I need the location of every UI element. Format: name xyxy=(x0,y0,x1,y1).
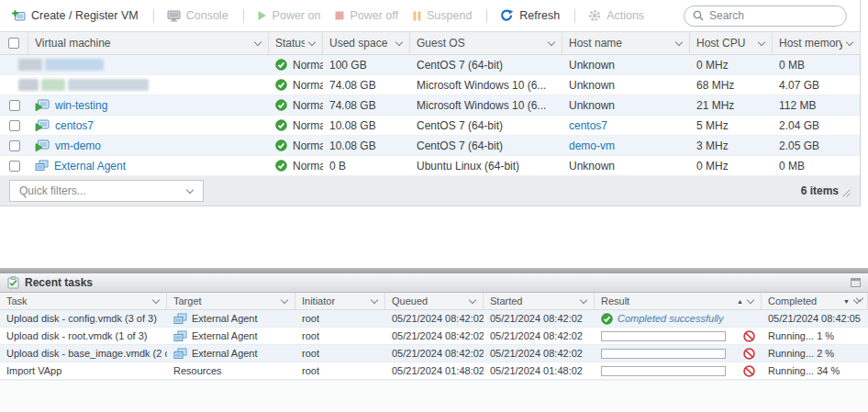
maximize-panel-icon[interactable] xyxy=(851,278,861,287)
host-name-link[interactable]: centos7 xyxy=(569,119,607,132)
column-menu-chevron[interactable] xyxy=(747,295,754,303)
column-menu-chevron[interactable] xyxy=(758,38,765,45)
host-name-cell: Unknown xyxy=(562,75,690,95)
resize-grip-icon[interactable] xyxy=(842,189,851,197)
column-menu-chevron[interactable] xyxy=(308,38,316,45)
task-result-cell xyxy=(595,362,762,379)
task-row[interactable]: Upload disk - root.vmdk (1 of 3)External… xyxy=(0,328,868,345)
column-menu-chevron[interactable] xyxy=(281,295,288,303)
vm-table-row[interactable]: Normal74.08 GBMicrosoft Windows 10 (6...… xyxy=(0,75,860,95)
tasks-table-header: TaskTargetInitiatorQueuedStartedResult▲C… xyxy=(0,293,868,310)
task-result-cell xyxy=(595,345,762,362)
tasks-clipboard-icon xyxy=(7,276,19,289)
task-column-header-task[interactable]: Task xyxy=(0,293,167,309)
guest-os-cell: CentOS 7 (64-bit) xyxy=(410,136,562,155)
column-menu-chevron[interactable] xyxy=(469,295,476,303)
select-all-checkbox[interactable] xyxy=(8,38,19,49)
toolbar-separator xyxy=(153,9,154,23)
host-cpu-value: 5 MHz xyxy=(696,119,729,132)
status-ok-icon xyxy=(275,59,287,71)
host-cpu-cell: 0 MHz xyxy=(690,55,773,74)
cancel-task-button[interactable] xyxy=(743,330,755,342)
task-progress-bar xyxy=(601,349,726,359)
task-row[interactable]: Import VAppResourcesroot05/21/2024 01:48… xyxy=(0,362,868,380)
host-memory-value: 4.07 GB xyxy=(779,79,819,92)
column-menu-chevron[interactable] xyxy=(395,38,403,45)
task-column-header-started[interactable]: Started xyxy=(484,293,595,309)
task-completed-cell: 05/21/2024 08:42:05 xyxy=(762,310,868,327)
vm-name-link[interactable]: centos7 xyxy=(55,119,94,132)
host-cpu-cell: 3 MHz xyxy=(690,136,773,155)
guest-os-cell: Microsoft Windows 10 (6... xyxy=(410,95,562,115)
host-name-cell: Unknown xyxy=(562,156,690,175)
search-icon xyxy=(693,10,704,21)
column-header-used-space[interactable]: Used space xyxy=(323,32,410,54)
host-name-link[interactable]: demo-vm xyxy=(569,139,615,152)
vm-table-row[interactable]: centos7Normal10.08 GBCentOS 7 (64-bit)ce… xyxy=(0,116,860,136)
task-column-header-result[interactable]: Result▲ xyxy=(595,293,762,309)
column-menu-chevron[interactable] xyxy=(580,295,587,303)
row-checkbox[interactable] xyxy=(9,120,20,131)
cancel-task-button[interactable] xyxy=(743,365,755,377)
task-column-header-queued[interactable]: Queued xyxy=(385,293,484,309)
task-completed-cell: Running... 34 % xyxy=(762,362,868,379)
items-count-label: 6 items xyxy=(801,184,839,197)
used-space-cell: 10.08 GB xyxy=(323,116,410,135)
vm-name-link[interactable]: win-testing xyxy=(55,99,107,112)
refresh-button[interactable]: Refresh xyxy=(500,9,560,22)
refresh-label: Refresh xyxy=(519,9,560,22)
vm-name-link[interactable]: External Agent xyxy=(54,160,126,173)
used-space-cell: 74.08 GB xyxy=(323,75,410,95)
task-row[interactable]: Upload disk - config.vmdk (3 of 3)Extern… xyxy=(0,310,868,328)
vm-table-row[interactable]: External AgentNormal0 BUbuntu Linux (64-… xyxy=(0,156,860,176)
search-input[interactable] xyxy=(709,9,838,22)
task-target-cell: External Agent xyxy=(167,345,295,362)
task-result-text: Completed successfully xyxy=(618,313,724,324)
task-name: Upload disk - config.vmdk (3 of 3) xyxy=(6,313,157,324)
vm-name-link[interactable]: vm-demo xyxy=(55,139,101,152)
used-space-value: 74.08 GB xyxy=(329,99,376,112)
column-menu-chevron[interactable] xyxy=(152,295,160,303)
task-name: Import VApp xyxy=(6,365,61,376)
cancel-task-button[interactable] xyxy=(743,348,755,360)
status-cell: Normal xyxy=(269,55,323,74)
used-space-value: 10.08 GB xyxy=(329,139,376,152)
column-menu-chevron[interactable] xyxy=(846,38,853,45)
column-label: Completed xyxy=(768,295,840,306)
row-checkbox[interactable] xyxy=(9,161,20,172)
vm-table-row[interactable]: win-testingNormal74.08 GBMicrosoft Windo… xyxy=(0,95,860,116)
column-header-status[interactable]: Status xyxy=(269,32,323,54)
quick-filters-dropdown[interactable]: Quick filters... xyxy=(9,180,204,202)
status-label: Normal xyxy=(293,79,323,92)
row-checkbox[interactable] xyxy=(9,140,20,151)
task-initiator-cell: root xyxy=(295,328,385,344)
recent-tasks-title: Recent tasks xyxy=(25,276,93,289)
column-header-guest-os[interactable]: Guest OS xyxy=(410,32,562,54)
create-register-vm-button[interactable]: Create / Register VM xyxy=(11,9,139,22)
task-result-cell: Completed successfully xyxy=(595,310,762,327)
vm-table-row[interactable]: vm-demoNormal10.08 GBCentOS 7 (64-bit)de… xyxy=(0,136,860,156)
column-menu-chevron[interactable] xyxy=(548,38,555,45)
column-menu-chevron[interactable] xyxy=(254,38,262,45)
status-label: Normal xyxy=(293,119,323,132)
row-select-cell xyxy=(0,156,28,175)
task-column-header-initiator[interactable]: Initiator xyxy=(295,293,385,309)
search-box[interactable] xyxy=(684,6,847,27)
guest-os-cell: CentOS 7 (64-bit) xyxy=(410,55,562,74)
task-column-header-completed[interactable]: Completed▼ xyxy=(762,293,868,309)
console-label: Console xyxy=(186,9,228,22)
host-cpu-value: 3 MHz xyxy=(696,139,729,152)
column-header-virtual-machine[interactable]: Virtual machine xyxy=(28,32,269,54)
column-header-host-name[interactable]: Host name xyxy=(562,32,690,54)
row-checkbox[interactable] xyxy=(9,100,20,111)
vm-running-icon xyxy=(35,119,50,131)
column-header-host-cpu[interactable]: Host CPU xyxy=(690,32,773,54)
task-row[interactable]: Upload disk - base_image.vmdk (2 of 3)Ex… xyxy=(0,345,868,362)
task-queued: 05/21/2024 08:42:02 xyxy=(392,348,484,359)
vm-table-row[interactable]: Normal100 GBCentOS 7 (64-bit)Unknown0 MH… xyxy=(0,55,860,75)
task-column-header-target[interactable]: Target xyxy=(167,293,295,309)
column-menu-chevron[interactable] xyxy=(675,38,683,45)
column-menu-chevron[interactable] xyxy=(371,295,378,303)
column-header-host-memory[interactable]: Host memory xyxy=(773,32,861,54)
task-target: External Agent xyxy=(192,313,258,324)
